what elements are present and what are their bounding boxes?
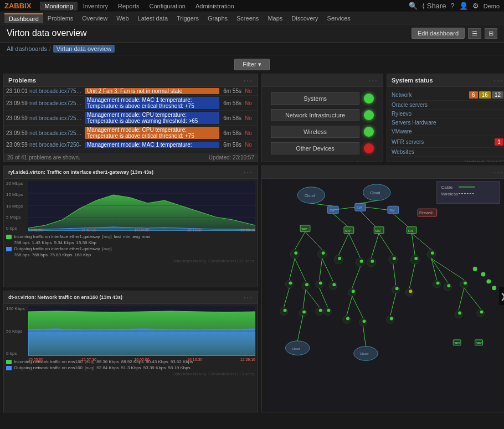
- hostgroup-wireless-button[interactable]: Wireless: [271, 126, 359, 138]
- hostgroups-list: Systems Network Infrastructure Wireless …: [262, 87, 383, 160]
- ss-value[interactable]: 12: [492, 91, 503, 99]
- problems-widget-menu[interactable]: ···: [243, 76, 253, 85]
- svg-point-135: [473, 267, 477, 271]
- search-icon[interactable]: 🔍: [409, 2, 418, 10]
- nav-graphs[interactable]: Graphs: [203, 14, 232, 23]
- nav-triggers[interactable]: Triggers: [172, 14, 203, 23]
- problem-host[interactable]: net.brocade.icx7250-: [29, 142, 85, 148]
- dashboard-list-icon[interactable]: ☰: [468, 28, 481, 39]
- system-status-menu[interactable]: ···: [493, 76, 503, 85]
- problem-host[interactable]: net.brocade.icx7750-48F.stacked: [29, 88, 85, 94]
- svg-marker-8: [28, 329, 255, 356]
- nav-administration[interactable]: Administration: [191, 2, 239, 11]
- ss-ryleevo[interactable]: Ryleevo: [392, 111, 503, 117]
- svg-text:Cloud: Cloud: [305, 194, 315, 198]
- nav-screens[interactable]: Screens: [232, 14, 263, 23]
- ss-network[interactable]: Network: [392, 92, 467, 98]
- problem-host[interactable]: net.brocade.icx7250-48.stacked: [29, 100, 85, 106]
- hostgroups-widget-menu[interactable]: ···: [368, 76, 378, 85]
- map-content[interactable]: Cable Wireless Cloud Cloud SW: [262, 179, 504, 412]
- chart-widget-1: ryl.side1.virton: Traffic on interface e…: [3, 166, 258, 287]
- nav-problems[interactable]: Problems: [43, 14, 78, 23]
- svg-text:SRV: SRV: [476, 342, 482, 345]
- problems-widget-title: Problems: [8, 77, 36, 84]
- list-item: Servers Hardware: [389, 118, 504, 127]
- nav-discovery[interactable]: Discovery: [287, 14, 322, 23]
- ss-value[interactable]: 1: [495, 138, 503, 146]
- share-button[interactable]: ⟨ Share: [422, 2, 446, 10]
- svg-text:Cloud: Cloud: [360, 352, 368, 355]
- map-widget-menu[interactable]: ···: [493, 168, 503, 177]
- legend-outgoing-color: [6, 247, 12, 251]
- svg-point-108: [302, 311, 306, 314]
- status-dot-green: [364, 94, 374, 104]
- problem-time: 23:09:59: [6, 142, 29, 148]
- nav-overview[interactable]: Overview: [78, 14, 112, 23]
- nav-configuration[interactable]: Configuration: [145, 2, 190, 11]
- chart2-menu[interactable]: ···: [243, 293, 253, 302]
- settings-icon[interactable]: ⚙: [472, 2, 479, 10]
- breadcrumb-current: Virtan data overview: [53, 45, 115, 53]
- legend-min-label: min: [123, 234, 130, 239]
- nav-maps[interactable]: Maps: [263, 14, 287, 23]
- problem-host[interactable]: net.brocade.icx7250-48.stacked: [29, 115, 85, 121]
- user-icon[interactable]: 👤: [459, 2, 468, 10]
- svg-text:Cloud: Cloud: [291, 347, 300, 350]
- legend-avg-val: avg: [132, 234, 140, 239]
- page-header: Virton data overview Edit dashboard ☰ ⊞: [0, 24, 504, 43]
- hostgroups-widget-header: ···: [262, 74, 383, 87]
- dashboard-grid: Problems ··· 23:10:01 net.brocade.icx775…: [3, 74, 501, 412]
- nav-web[interactable]: Web: [112, 14, 133, 23]
- filter-button[interactable]: Filter ▾: [234, 59, 270, 70]
- chart1-area: 20 Mbps 15 Mbps 10 Mbps 5 Mbps 0 bps: [4, 179, 258, 286]
- ss-websites[interactable]: Websites: [392, 149, 503, 155]
- chart1-y-axis: 20 Mbps 15 Mbps 10 Mbps 5 Mbps 0 bps: [6, 181, 28, 231]
- svg-point-116: [363, 319, 366, 323]
- chart1-legend: Incoming traffic on interface ether1-gat…: [6, 234, 255, 257]
- ss-value[interactable]: 6: [469, 91, 478, 99]
- problem-host[interactable]: net.brocade.icx7250-48.stacked: [29, 130, 85, 136]
- ss-value[interactable]: 16: [479, 91, 491, 99]
- chart1-menu[interactable]: ···: [243, 168, 253, 177]
- svg-point-93: [447, 284, 450, 287]
- problems-count: 26 of 41 problems are shown.: [7, 154, 80, 161]
- problem-desc: Management module: CPU temperature: Temp…: [85, 112, 219, 124]
- problem-ack: No: [241, 100, 255, 106]
- hostgroup-other-button[interactable]: Other Devices: [271, 142, 359, 154]
- ss-oracle[interactable]: Oracle servers: [392, 102, 503, 108]
- nav-monitoring[interactable]: Monitoring: [40, 2, 77, 11]
- hostgroup-systems-button[interactable]: Systems: [271, 92, 359, 105]
- list-item: Network Infrastructure: [266, 107, 378, 123]
- table-row: 23:09:59 net.brocade.icx7250-48.stacked …: [4, 111, 258, 126]
- problem-desc: Unit 2 Fan 3: Fan is not in normal state: [85, 88, 219, 94]
- svg-point-51: [294, 251, 297, 255]
- legend2-outgoing-label: Outgoing network traffic on ens160: [14, 365, 83, 370]
- network-map-svg: Cable Wireless Cloud Cloud SW: [262, 179, 504, 412]
- ss-vmware[interactable]: VMware: [392, 128, 503, 135]
- nav-services[interactable]: Services: [323, 14, 355, 23]
- dashboard-grid-icon[interactable]: ⊞: [485, 28, 497, 39]
- ss-servers-hardware[interactable]: Servers Hardware: [392, 120, 503, 126]
- breadcrumb-parent[interactable]: All dashboards: [7, 45, 47, 52]
- nav-reports[interactable]: Reports: [114, 2, 144, 11]
- problem-duration: 6m 58s: [219, 100, 241, 106]
- hostgroup-network-button[interactable]: Network Infrastructure: [271, 109, 359, 121]
- legend-incoming-color: [6, 235, 12, 239]
- chart-widget-2: dt-xr.virton: Network traffic on ens160 …: [3, 291, 258, 412]
- edit-dashboard-button[interactable]: Edit dashboard: [412, 28, 465, 39]
- help-icon[interactable]: ?: [450, 2, 454, 10]
- chart2-data-source: Data from history. Generated in 0.13 sec…: [6, 371, 255, 376]
- svg-text:SW: SW: [329, 209, 335, 212]
- svg-text:Wireless: Wireless: [441, 192, 458, 197]
- nav-inventory[interactable]: Inventory: [79, 2, 112, 11]
- app-logo: ZABBIX: [4, 2, 31, 10]
- svg-point-77: [289, 281, 292, 285]
- map-scroll-right[interactable]: ❯: [499, 287, 504, 305]
- hostgroups-widget: ··· Systems Network Infrastructure Wirel…: [261, 74, 383, 162]
- nav-latest-data[interactable]: Latest data: [133, 14, 172, 23]
- nav-dashboard[interactable]: Dashboard: [4, 13, 43, 23]
- breadcrumb-separator: /: [49, 45, 51, 52]
- ss-wfr-servers[interactable]: WFR servers: [392, 139, 492, 145]
- system-status-widget: System status ··· Network 6 16 12 Oracle…: [387, 74, 504, 162]
- list-item: Ryleevo: [389, 110, 504, 118]
